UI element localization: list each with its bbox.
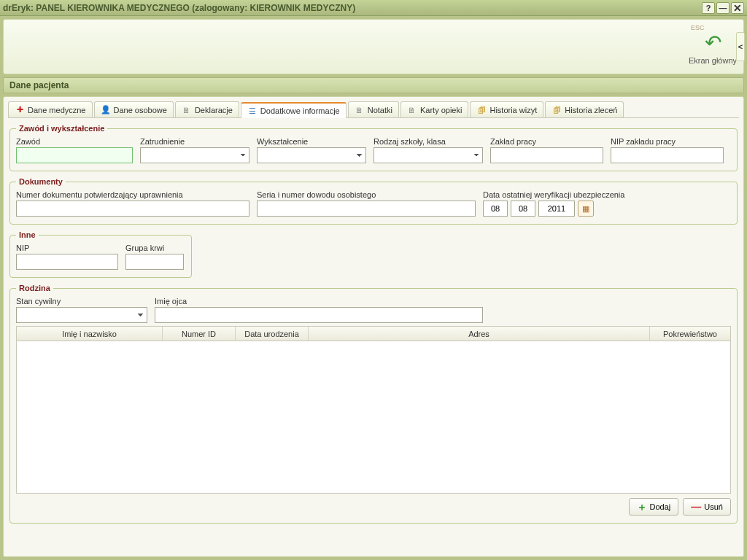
window-titlebar: drEryk: PANEL KIEROWNIKA MEDYCZNEGO (zal…	[0, 0, 747, 16]
content-panel: ✚Dane medyczne 👤Dane osobowe 🗎Deklaracje…	[3, 96, 744, 557]
minus-icon: —	[691, 502, 701, 512]
table-body[interactable]	[17, 341, 730, 493]
tab-dodatkowe-informacje[interactable]: ☰Dodatkowe informacje	[241, 102, 347, 118]
main-screen-label: Ekran główny	[686, 56, 739, 65]
history-icon: 🗐	[476, 105, 487, 115]
group-rodzina: Rodzina Stan cywilny Imię ojca Imię i na…	[9, 284, 738, 524]
rodzaj-szkoly-select[interactable]	[374, 147, 483, 163]
label-rodzaj-szkoly: Rodzaj szkoły, klasa	[374, 137, 483, 146]
label-grupa-krwi: Grupa krwi	[125, 244, 184, 252]
zaklad-pracy-input[interactable]	[490, 147, 603, 163]
imie-ojca-input[interactable]	[155, 307, 483, 323]
section-title: Dane pacjenta	[9, 80, 69, 90]
table-buttons: ＋Dodaj —Usuń	[16, 498, 731, 516]
zatrudnienie-select[interactable]	[140, 147, 249, 163]
label-data-weryf: Data ostatniej weryfikacji ubezpieczenia	[483, 190, 624, 199]
calendar-icon: ▦	[582, 204, 589, 214]
label-zawod: Zawód	[16, 137, 133, 146]
stan-cywilny-select[interactable]	[16, 307, 147, 323]
medical-icon: ✚	[15, 105, 25, 115]
plus-icon: ＋	[637, 502, 647, 512]
date-month-input[interactable]	[511, 201, 535, 217]
date-year-input[interactable]	[538, 201, 575, 217]
usun-button[interactable]: —Usuń	[683, 498, 731, 516]
tab-karty-opieki[interactable]: 🗎Karty opieki	[400, 101, 468, 117]
legend-inne: Inne	[16, 230, 39, 239]
group-dokumenty: Dokumenty Numer dokumentu potwierdzający…	[9, 177, 738, 225]
close-button[interactable]: ✕	[731, 2, 744, 14]
label-zatrudnienie: Zatrudnienie	[140, 137, 249, 146]
data-weryf-date: ▦	[483, 201, 624, 217]
nip-input[interactable]	[16, 254, 118, 270]
nip-zakladu-input[interactable]	[611, 147, 724, 163]
wyksztalcenie-select[interactable]	[257, 147, 366, 163]
col-adres[interactable]: Adres	[309, 327, 650, 341]
card-icon: 🗎	[407, 105, 417, 115]
minimize-button[interactable]: —	[716, 2, 729, 14]
label-stan-cywilny: Stan cywilny	[16, 297, 147, 306]
tab-deklaracje[interactable]: 🗎Deklaracje	[175, 101, 239, 117]
zawod-input[interactable]	[16, 147, 133, 163]
label-numer-dok: Numer dokumentu potwierdzający uprawnien…	[16, 190, 249, 199]
tab-notatki[interactable]: 🗎Notatki	[348, 101, 399, 117]
col-data-urodzenia[interactable]: Data urodzenia	[236, 327, 309, 341]
main-screen-button[interactable]: ESC ↶ Ekran główny	[686, 23, 739, 71]
date-day-input[interactable]	[483, 201, 508, 217]
group-inne: Inne NIP Grupa krwi	[9, 230, 192, 278]
label-imie-ojca: Imię ojca	[155, 297, 483, 306]
table-header: Imię i nazwisko Numer ID Data urodzenia …	[17, 327, 730, 341]
person-icon: 👤	[101, 105, 111, 115]
label-wyksztalcenie: Wykształcenie	[257, 137, 366, 146]
notes-icon: 🗎	[355, 105, 365, 115]
tab-bar: ✚Dane medyczne 👤Dane osobowe 🗎Deklaracje…	[8, 101, 739, 118]
rodzina-table: Imię i nazwisko Numer ID Data urodzenia …	[16, 326, 731, 494]
seria-dowod-input[interactable]	[257, 201, 476, 217]
numer-dok-input[interactable]	[16, 201, 249, 217]
toolbar-expand-chevron-icon[interactable]: <	[736, 32, 745, 61]
help-button[interactable]: ?	[702, 2, 715, 14]
label-nip: NIP	[16, 244, 118, 252]
label-seria-dowod: Seria i numer dowodu osobistego	[257, 190, 476, 199]
legend-rodzina: Rodzina	[16, 284, 53, 292]
document-icon: 🗎	[182, 105, 192, 115]
col-numer-id[interactable]: Numer ID	[163, 327, 236, 341]
section-header: Dane pacjenta	[3, 77, 744, 93]
grupa-krwi-input[interactable]	[125, 254, 184, 270]
legend-zawod: Zawód i wykształcenie	[16, 124, 107, 133]
group-zawod: Zawód i wykształcenie Zawód Zatrudnienie…	[9, 124, 738, 171]
esc-label: ESC	[691, 24, 705, 31]
orders-icon: 🗐	[551, 105, 562, 115]
window-title: drEryk: PANEL KIEROWNIKA MEDYCZNEGO (zal…	[3, 3, 700, 13]
dodaj-button[interactable]: ＋Dodaj	[629, 498, 679, 516]
col-imie-nazwisko[interactable]: Imię i nazwisko	[17, 327, 163, 341]
label-zaklad-pracy: Zakład pracy	[490, 137, 603, 146]
main-toolbar: ESC ↶ Ekran główny <	[3, 19, 744, 74]
tab-dane-osobowe[interactable]: 👤Dane osobowe	[94, 101, 174, 117]
tab-dane-medyczne[interactable]: ✚Dane medyczne	[8, 101, 93, 117]
legend-dokumenty: Dokumenty	[16, 177, 66, 186]
return-arrow-icon: ↶	[686, 33, 739, 53]
col-pokrewienstwo[interactable]: Pokrewieństwo	[650, 327, 730, 341]
list-icon: ☰	[247, 106, 258, 116]
tab-historia-wizyt[interactable]: 🗐Historia wizyt	[470, 101, 543, 117]
tab-historia-zlecen[interactable]: 🗐Historia zleceń	[545, 101, 624, 117]
label-nip-zakladu: NIP zakładu pracy	[611, 137, 724, 146]
calendar-button[interactable]: ▦	[578, 201, 594, 217]
